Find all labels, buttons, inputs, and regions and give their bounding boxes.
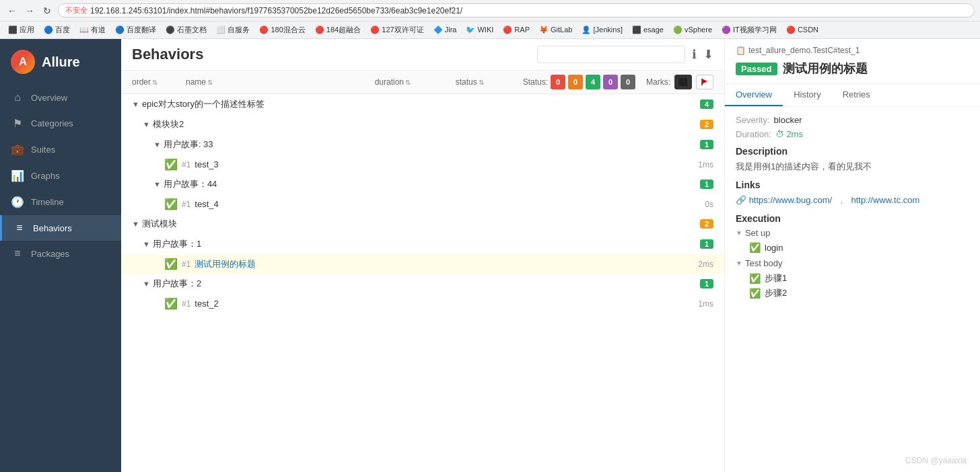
sidebar-label-graphs: Graphs: [31, 171, 60, 181]
test-row-test4[interactable]: ✅ #1 test_4 0s: [121, 194, 724, 214]
story33-toggle-icon: ▼: [153, 141, 161, 149]
status-badges: Status: 0 0 4 0 0: [523, 75, 635, 89]
epic1-name: epic对大story的一个描述性标签: [142, 98, 700, 110]
col-order[interactable]: order ⇅: [132, 77, 186, 87]
tab-history[interactable]: History: [783, 84, 831, 106]
behaviors-list: ▼ epic对大story的一个描述性标签 4 ▼ 模块块2 2 ▼ 用户故事:…: [121, 94, 724, 472]
col-duration[interactable]: duration ⇅: [375, 77, 456, 87]
col-name[interactable]: name ⇅: [186, 77, 375, 87]
address-bar[interactable]: 不安全 192.168.1.245:63101/index.html#behav…: [58, 3, 975, 17]
mark-btn-black[interactable]: [674, 75, 692, 89]
info-button[interactable]: ℹ: [692, 47, 697, 62]
test-body-header[interactable]: ▼ Test body: [736, 258, 969, 268]
description-title: Description: [736, 146, 969, 157]
link2[interactable]: http://www.tc.com: [851, 195, 919, 205]
url-text: 192.168.1.245:63101/index.html#behaviors…: [90, 6, 462, 15]
login-pass-icon: ✅: [749, 242, 761, 253]
group-story33[interactable]: ▼ 用户故事: 33 1: [121, 134, 724, 155]
tab-retries[interactable]: Retries: [832, 84, 881, 106]
bookmark-vsphere[interactable]: 🟢 vSphere: [670, 26, 715, 34]
group-test-module[interactable]: ▼ 测试模块 2: [121, 214, 724, 234]
marks-label: Marks:: [646, 77, 670, 87]
top-bar-right: ℹ ⬇: [537, 46, 713, 63]
sidebar-label-overview: Overview: [31, 93, 67, 103]
status-badge-broken[interactable]: 0: [568, 75, 583, 89]
severity-row: Severity: blocker: [736, 115, 969, 125]
bookmarks-bar: ⬛ 应用 🔵 百度 📖 有道 🔵 百度翻译 ⚫ 石墨文档 ⬜ 自服务 🔴 180…: [0, 22, 980, 39]
sidebar-item-packages[interactable]: ≡ Packages: [0, 241, 121, 266]
duration-sort-icon: ⇅: [405, 79, 411, 86]
status-badge-failed[interactable]: 0: [551, 75, 565, 89]
marks-area: Marks:: [646, 75, 713, 89]
graphs-icon: 📊: [11, 169, 24, 182]
sidebar-item-timeline[interactable]: 🕐 Timeline: [0, 189, 121, 215]
test-row-active[interactable]: ✅ #1 测试用例的标题 2ms: [121, 254, 724, 274]
severity-label: Severity:: [736, 115, 770, 125]
setup-header[interactable]: ▼ Set up: [736, 228, 969, 238]
severity-value: blocker: [774, 115, 802, 125]
sidebar-item-graphs[interactable]: 📊 Graphs: [0, 163, 121, 189]
status-badge-unknown[interactable]: 0: [621, 75, 635, 89]
test-row-test2[interactable]: ✅ #1 test_2 1ms: [121, 294, 724, 313]
bookmark-csdn[interactable]: 🔴 CSDN: [783, 26, 821, 34]
bookmark-esage[interactable]: ⬛ esage: [629, 26, 666, 34]
step2-item: ✅ 步骤2: [736, 286, 969, 301]
bookmark-jira[interactable]: 🔷 Jira: [431, 26, 460, 34]
bookmark-service[interactable]: ⬜ 自服务: [213, 25, 252, 35]
test2-pass-icon: ✅: [164, 297, 178, 310]
bookmark-jenkins[interactable]: 👤 [Jenkins]: [579, 26, 625, 34]
bookmark-gitlab[interactable]: 🦊 GitLab: [536, 26, 575, 34]
bookmark-apps[interactable]: ⬛ 应用: [5, 25, 37, 35]
status-badge-passed[interactable]: 4: [586, 75, 600, 89]
tab-overview[interactable]: Overview: [725, 84, 783, 106]
test4-pass-icon: ✅: [164, 198, 178, 210]
bookmark-127[interactable]: 🔴 127双许可证: [368, 25, 426, 35]
link-separator: ，: [837, 195, 846, 205]
bookmark-translate[interactable]: 🔵 百度翻译: [112, 25, 159, 35]
sidebar-item-behaviors[interactable]: ≡ Behaviors: [0, 215, 121, 241]
module2-count: 2: [700, 120, 713, 129]
panel-file-link[interactable]: 📋 test_allure_demo.TestC#test_1: [736, 46, 969, 55]
bookmark-184[interactable]: 🔴 184超融合: [312, 25, 363, 35]
status-badge-skipped[interactable]: 0: [603, 75, 618, 89]
bookmark-baidu[interactable]: 🔵 百度: [41, 25, 73, 35]
panel-title-row: Passed 测试用例的标题: [736, 61, 969, 77]
link1[interactable]: https://www.bug.com/: [749, 195, 833, 205]
bookmark-shimo[interactable]: ⚫ 石墨文档: [163, 25, 209, 35]
bookmark-180[interactable]: 🔴 180混合云: [256, 25, 308, 35]
group-story2[interactable]: ▼ 用户故事：2 1: [121, 274, 724, 294]
download-button[interactable]: ⬇: [703, 47, 713, 62]
group-story44[interactable]: ▼ 用户故事：44 1: [121, 174, 724, 194]
bookmark-youdao[interactable]: 📖 有道: [77, 25, 108, 35]
bookmark-itvideo[interactable]: 🟣 IT视频学习网: [719, 25, 779, 35]
link-icon: 🔗: [736, 195, 746, 205]
test4-duration: 0s: [705, 200, 713, 209]
file-link-text: test_allure_demo.TestC#test_1: [748, 46, 860, 55]
bookmark-rap[interactable]: 🔴 RAP: [500, 26, 532, 34]
group-story1[interactable]: ▼ 用户故事：1 1: [121, 234, 724, 254]
test3-num: #1: [182, 160, 190, 169]
execution-title: Execution: [736, 213, 969, 224]
sidebar-label-behaviors: Behaviors: [33, 223, 72, 233]
testbody-chevron-icon: ▼: [736, 260, 742, 267]
setup-group: ▼ Set up ✅ login: [736, 228, 969, 254]
panel-tabs: Overview History Retries: [725, 84, 980, 107]
col-status[interactable]: status ⇅: [456, 77, 523, 87]
bookmark-wiki[interactable]: 🐦 WIKI: [463, 26, 496, 34]
test-body-group: ▼ Test body ✅ 步骤1 ✅ 步骤2: [736, 258, 969, 301]
search-input[interactable]: [537, 46, 685, 63]
test3-pass-icon: ✅: [164, 158, 178, 171]
sidebar-label-categories: Categories: [31, 118, 73, 128]
sidebar-item-suites[interactable]: 💼 Suites: [0, 136, 121, 163]
test3-duration: 1ms: [698, 160, 713, 169]
sidebar-item-categories[interactable]: ⚑ Categories: [0, 110, 121, 136]
nav-back[interactable]: ←: [5, 4, 19, 17]
test-row-test3[interactable]: ✅ #1 test_3 1ms: [121, 155, 724, 174]
nav-forward[interactable]: →: [23, 4, 36, 17]
group-epic1[interactable]: ▼ epic对大story的一个描述性标签 4: [121, 94, 724, 114]
group-module2[interactable]: ▼ 模块块2 2: [121, 114, 724, 134]
setup-chevron-icon: ▼: [736, 229, 742, 237]
mark-btn-flag[interactable]: [696, 75, 713, 89]
nav-refresh[interactable]: ↻: [40, 4, 54, 17]
sidebar-item-overview[interactable]: ⌂ Overview: [0, 85, 121, 110]
